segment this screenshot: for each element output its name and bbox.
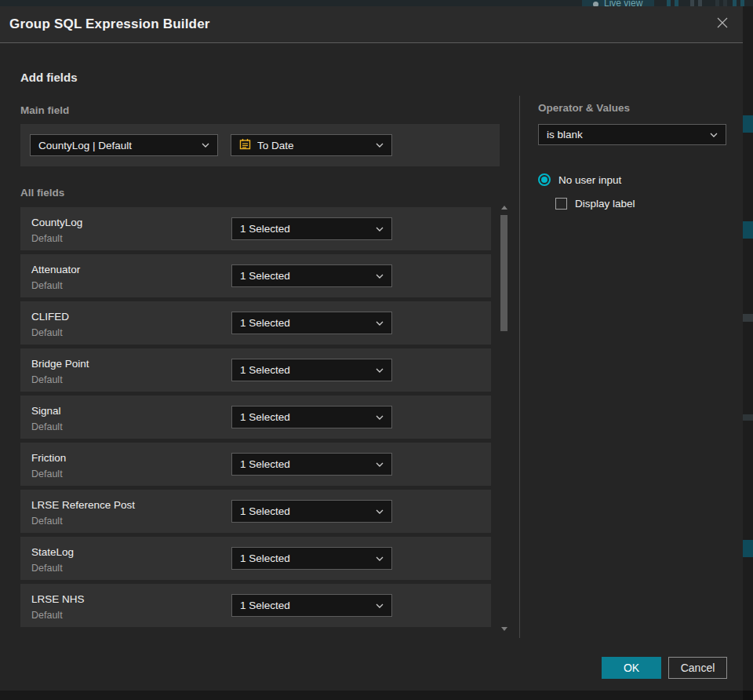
field-selected-dropdown[interactable]: 1 Selected	[231, 594, 392, 617]
background-icon-fragment	[733, 0, 737, 6]
chevron-down-icon	[376, 509, 384, 514]
field-row: LRSE NHS Default 1 Selected	[20, 584, 491, 627]
field-selected-dropdown[interactable]: 1 Selected	[231, 312, 392, 334]
chevron-down-icon	[376, 556, 384, 561]
field-selected-dropdown[interactable]: 1 Selected	[231, 547, 392, 570]
chevron-down-icon	[376, 274, 384, 279]
display-label-checkbox-row[interactable]: Display label	[555, 198, 635, 210]
scroll-up-icon[interactable]	[501, 206, 507, 210]
main-field-label: Main field	[20, 104, 69, 116]
field-name: StateLog	[31, 546, 74, 558]
main-field-select-value: CountyLog | Default	[38, 140, 202, 151]
field-subtitle: Default	[31, 280, 63, 291]
operator-values-label: Operator & Values	[538, 102, 630, 114]
close-button[interactable]	[713, 15, 732, 34]
chevron-down-icon	[376, 227, 384, 232]
group-sql-expression-builder-dialog: Group SQL Expression Builder Add fields …	[0, 6, 743, 691]
field-row: Signal Default 1 Selected	[20, 396, 491, 439]
radio-selected-icon	[538, 173, 551, 186]
chevron-down-icon	[376, 143, 384, 148]
operator-value: is blank	[547, 129, 710, 140]
list-scrollbar[interactable]	[500, 204, 507, 633]
main-field-type-value: To Date	[257, 140, 376, 151]
ok-button[interactable]: OK	[602, 657, 661, 679]
field-selected-dropdown[interactable]: 1 Selected	[231, 264, 392, 287]
field-row: CountyLog Default 1 Selected	[20, 207, 491, 250]
field-name: Attenuator	[31, 264, 80, 275]
field-subtitle: Default	[31, 563, 63, 574]
field-row: LRSE Reference Post Default 1 Selected	[20, 490, 491, 533]
background-below-dialog	[0, 691, 743, 700]
field-name: CLIFED	[31, 311, 69, 323]
field-subtitle: Default	[31, 516, 63, 527]
live-view-label: Live view	[604, 0, 642, 6]
field-row: CLIFED Default 1 Selected	[20, 301, 491, 345]
field-name: LRSE NHS	[31, 593, 85, 605]
no-user-input-label: No user input	[558, 174, 621, 186]
field-name: Bridge Point	[31, 358, 89, 370]
checkbox-unchecked-icon[interactable]	[555, 198, 567, 210]
background-fragment	[743, 540, 753, 557]
field-name: Signal	[31, 405, 61, 417]
field-selected-value: 1 Selected	[240, 270, 376, 282]
field-selected-value: 1 Selected	[240, 317, 376, 329]
dialog-title: Group SQL Expression Builder	[9, 16, 210, 32]
background-panel-sliver	[743, 6, 753, 700]
close-icon	[716, 16, 729, 32]
field-row: Friction Default 1 Selected	[20, 443, 491, 486]
field-name: CountyLog	[31, 217, 82, 228]
background-icon-fragment	[698, 0, 702, 6]
field-row: Attenuator Default 1 Selected	[20, 254, 491, 297]
background-icon-fragment	[715, 0, 719, 6]
field-selected-dropdown[interactable]: 1 Selected	[231, 359, 392, 381]
background-icon-fragment	[667, 0, 671, 6]
chevron-down-icon	[376, 368, 384, 373]
add-fields-heading: Add fields	[20, 71, 78, 84]
background-icon-fragment	[740, 0, 744, 6]
field-selected-dropdown[interactable]: 1 Selected	[231, 217, 392, 240]
background-fragment	[743, 221, 753, 239]
scrollbar-thumb[interactable]	[500, 215, 507, 331]
cancel-button[interactable]: Cancel	[668, 657, 727, 679]
main-field-type-select[interactable]: To Date	[231, 134, 392, 156]
live-view-chip: Live view	[582, 0, 654, 6]
field-selected-dropdown[interactable]: 1 Selected	[231, 500, 392, 523]
field-subtitle: Default	[31, 374, 63, 385]
chevron-down-icon	[376, 462, 384, 467]
display-label-text: Display label	[575, 198, 635, 210]
chevron-down-icon	[376, 603, 384, 608]
field-name: LRSE Reference Post	[31, 499, 135, 511]
chevron-down-icon	[376, 321, 384, 326]
field-selected-dropdown[interactable]: 1 Selected	[231, 406, 392, 428]
field-subtitle: Default	[31, 421, 63, 432]
chevron-down-icon	[376, 415, 384, 420]
field-selected-dropdown[interactable]: 1 Selected	[231, 453, 392, 476]
all-fields-list: CountyLog Default 1 Selected Attenuator …	[20, 207, 491, 631]
field-selected-value: 1 Selected	[240, 600, 376, 611]
main-field-panel: CountyLog | Default To Date	[20, 124, 500, 166]
field-subtitle: Default	[31, 610, 63, 621]
background-fragment	[743, 314, 753, 322]
background-corner	[743, 691, 753, 700]
background-icon-fragment	[723, 0, 727, 6]
all-fields-label: All fields	[20, 187, 64, 199]
column-divider	[519, 96, 520, 638]
chevron-down-icon	[710, 133, 718, 137]
no-user-input-radio[interactable]: No user input	[538, 173, 621, 186]
field-row: Bridge Point Default 1 Selected	[20, 348, 491, 392]
scroll-down-icon[interactable]	[501, 627, 507, 631]
operator-select[interactable]: is blank	[538, 124, 726, 145]
background-toolbar: Live view	[0, 0, 753, 6]
field-selected-value: 1 Selected	[240, 552, 376, 564]
field-selected-value: 1 Selected	[240, 458, 376, 470]
background-fragment	[743, 115, 753, 133]
field-selected-value: 1 Selected	[240, 223, 376, 235]
field-subtitle: Default	[31, 468, 63, 479]
background-icon-fragment	[690, 0, 694, 6]
chevron-down-icon	[202, 143, 209, 148]
main-field-select[interactable]: CountyLog | Default	[30, 134, 218, 156]
field-selected-value: 1 Selected	[240, 364, 376, 376]
field-selected-value: 1 Selected	[240, 505, 376, 517]
field-subtitle: Default	[31, 233, 63, 244]
field-row: StateLog Default 1 Selected	[20, 537, 491, 580]
